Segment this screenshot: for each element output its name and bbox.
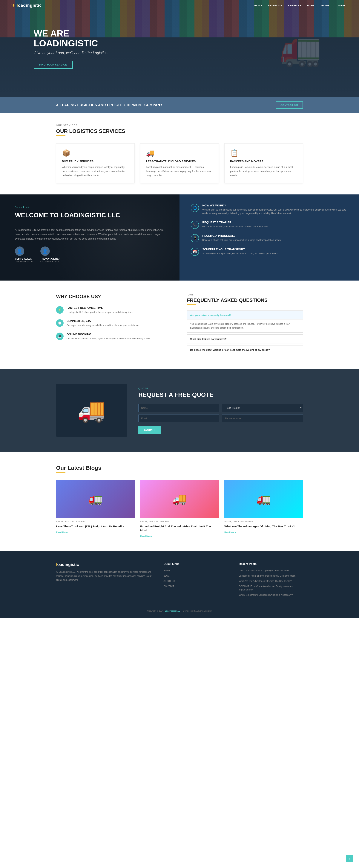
quote-label: QUOTE xyxy=(138,387,303,390)
why-computer-icon: 💻 xyxy=(56,333,64,340)
why-choose: WHY CHOOSE US? ⚡ FASTEST RESPONSE TIME L… xyxy=(56,293,172,356)
footer-recent-posts: Recent Posts Less-Than-Truckload (LTL) F… xyxy=(239,562,303,598)
nav-about[interactable]: ABOUT US xyxy=(268,4,282,7)
team-member-1: 👤 TREVOR GILBERT Co-Founder & COO xyxy=(40,246,62,263)
blog-read-more-1[interactable]: Read More xyxy=(140,535,152,538)
footer-recent-1[interactable]: Expedited Freight and the Industries tha… xyxy=(239,575,296,577)
footer-brand-link[interactable]: Loadingistic LLC xyxy=(165,610,180,612)
faq-toggle-0: − xyxy=(298,313,300,317)
step-globe-icon: 🌐 xyxy=(191,204,199,212)
faq-question-2[interactable]: Do I need the exact weight, or can I est… xyxy=(187,345,303,354)
quote-section: QUOTE REQUEST A FREE QUOTE Road Freight … xyxy=(0,369,359,452)
about-team: 👤 CLIFFE ALLEN Co-Founder & CEO 👤 TREVOR… xyxy=(15,246,165,263)
nav-contact[interactable]: CONTACT xyxy=(335,4,348,7)
quote-name-input[interactable] xyxy=(138,404,219,412)
faq-question-1[interactable]: What size trailers do you have? + xyxy=(187,335,303,343)
faq-item-0[interactable]: Are your drivers properly licensed? − Ye… xyxy=(187,310,303,333)
hero-cta-button[interactable]: Find Your Service xyxy=(34,61,73,69)
faq-item-1[interactable]: What size trailers do you have? + xyxy=(187,335,303,343)
blog-card-2: 🚛 April 16, 2022 · No Comments What Are … xyxy=(224,480,303,538)
movers-name: PACKERS AND MOVERS xyxy=(230,160,297,163)
faq-title: FREQUENTLY ASKED QUESTIONS xyxy=(187,298,303,303)
step-desc-3: Schedule your transportation, set the ti… xyxy=(202,252,279,255)
faq-question-0[interactable]: Are your drivers properly licensed? − xyxy=(187,311,303,319)
blog-post-title-2: What Are The Advantages Of Using The Box… xyxy=(224,524,303,528)
footer-about: loadingistic At Loadingistic LLC, we off… xyxy=(56,562,152,598)
faq-question-text-1: What size trailers do you have? xyxy=(190,338,226,340)
faq-question-text-0: Are your drivers properly licensed? xyxy=(190,314,231,316)
blogs-underline xyxy=(56,472,65,473)
blog-meta-0: April 19, 2022 · No Comments xyxy=(56,520,135,523)
footer-logo: loadingistic xyxy=(56,562,152,567)
nav-fleet[interactable]: FLEET xyxy=(307,4,316,7)
ltl-desc: Local, regional, national, or cross-bord… xyxy=(146,165,213,178)
footer-recent-2[interactable]: What Are The Advantages Of Using The Box… xyxy=(239,580,292,582)
quote-service-select[interactable]: Road Freight Box Truck Services LTL Serv… xyxy=(222,404,303,412)
footer-link-blog[interactable]: BLOG xyxy=(163,575,170,577)
why-item-content-1: CONNECTED, 24/7 Our expert team is alway… xyxy=(67,319,139,327)
footer-developed: Developed By Adverteamersley xyxy=(183,610,211,612)
faq-answer-0: Yes, Loadingistic LLC's drivers are prop… xyxy=(187,319,303,332)
faq-toggle-1: + xyxy=(298,337,300,341)
contact-banner-button[interactable]: CONTACT US xyxy=(275,101,303,109)
team-name-1: TREVOR GILBERT xyxy=(40,257,62,260)
blog-read-more-0[interactable]: Read More xyxy=(56,531,67,534)
boxtruck-icon: 📦 xyxy=(62,149,129,157)
why-item-desc-0: Loadingistic LLC offers you the fastest … xyxy=(67,310,133,314)
footer-quick-links: Quick Links HOME BLOG ABOUT US CONTACT xyxy=(163,562,228,598)
faq-underline xyxy=(187,304,196,305)
team-member-0: 👤 CLIFFE ALLEN Co-Founder & CEO xyxy=(15,246,33,263)
footer-recent-0[interactable]: Less-Than-Truckload (LTL) Freight and It… xyxy=(239,569,290,572)
navbar: ✈ loadingistic HOME ABOUT US SERVICES FL… xyxy=(0,0,359,11)
why-item-0: ⚡ FASTEST RESPONSE TIME Loadingistic LLC… xyxy=(56,306,172,314)
quote-form: Road Freight Box Truck Services LTL Serv… xyxy=(138,404,303,422)
about-right: 🌐 HOW WE WORK? Working with us and choos… xyxy=(180,194,359,281)
why-item-title-1: CONNECTED, 24/7 xyxy=(67,319,139,322)
nav-blog[interactable]: BLOG xyxy=(321,4,329,7)
footer-link-about[interactable]: ABOUT US xyxy=(163,580,175,582)
quote-form-wrapper: QUOTE REQUEST A FREE QUOTE Road Freight … xyxy=(138,387,303,434)
services-section: OUR SERVICES OUR LOGISTICS SERVICES 📦 BO… xyxy=(0,113,359,194)
blogs-title: Our Latest Blogs xyxy=(56,465,303,471)
footer: loadingistic At Loadingistic LLC, we off… xyxy=(0,551,359,618)
why-item-2: 💻 ONLINE BOOKING Our industry-standard o… xyxy=(56,333,172,340)
nav-services[interactable]: SERVICES xyxy=(288,4,302,7)
blog-meta-1: April 19, 2022 · No Comments xyxy=(140,520,219,523)
why-item-content-2: ONLINE BOOKING Our industry-standard ord… xyxy=(67,333,150,340)
quote-submit-button[interactable]: SUBMIT xyxy=(138,426,161,434)
hero-content: WE ARE LOADINGISTIC Give us your Load, w… xyxy=(0,29,131,69)
step-title-2: RECEIVE A PHONECALL xyxy=(202,234,281,237)
step-content-1: REQUEST A TRAILER Fill out a simple form… xyxy=(202,221,268,228)
team-role-1: Co-Founder & COO xyxy=(40,260,62,263)
why-speed-icon: ⚡ xyxy=(56,306,64,314)
quote-title: REQUEST A FREE QUOTE xyxy=(138,391,303,398)
contact-banner: A LEADING LOGISTICS AND FREIGHT SHIPMENT… xyxy=(0,97,359,113)
blog-read-more-2[interactable]: Read More xyxy=(224,531,236,534)
footer-recent-list: Less-Than-Truckload (LTL) Freight and It… xyxy=(239,569,303,596)
blogs-grid: 🚛 April 19, 2022 · No Comments Less-Than… xyxy=(56,480,303,538)
footer-recent-4[interactable]: When Temperature Controlled Shipping is … xyxy=(239,594,293,596)
footer-recent-3[interactable]: COVID-19: Food-Grade Warehouse: Safety m… xyxy=(239,585,293,591)
quote-phone-input[interactable] xyxy=(222,414,303,422)
ltl-name: LESS-THAN-TRUCKLOAD SERVICES xyxy=(146,160,213,163)
service-card-ltl: 🚚 LESS-THAN-TRUCKLOAD SERVICES Local, re… xyxy=(140,143,219,183)
faq-item-2[interactable]: Do I need the exact weight, or can I est… xyxy=(187,345,303,354)
services-grid: 📦 BOX TRUCK SERVICES Whether you need yo… xyxy=(56,143,303,183)
about-label: ABOUT US xyxy=(15,206,165,208)
step-phonecall: 📱 RECEIVE A PHONECALL Receive a phone ca… xyxy=(191,234,348,242)
step-desc-1: Fill out a simple form, and tell us what… xyxy=(202,225,268,228)
quote-email-input[interactable] xyxy=(138,414,219,422)
contact-banner-text: A LEADING LOGISTICS AND FREIGHT SHIPMENT… xyxy=(56,103,162,107)
step-phone-icon: 📞 xyxy=(191,221,199,229)
logo[interactable]: ✈ loadingistic xyxy=(11,2,42,8)
step-title-0: HOW WE WORK? xyxy=(202,204,348,207)
footer-link-home[interactable]: HOME xyxy=(163,569,170,572)
footer-grid: loadingistic At Loadingistic LLC, we off… xyxy=(56,562,303,598)
step-content-0: HOW WE WORK? Working with us and choosin… xyxy=(202,204,348,215)
nav-home[interactable]: HOME xyxy=(254,4,262,7)
blog-post-title-1: Expedited Freight And The Industries Tha… xyxy=(140,524,219,532)
hero-section: WE ARE LOADINGISTIC Give us your Load, w… xyxy=(0,0,359,97)
blog-comments-2: No Comments xyxy=(240,520,253,523)
blog-image-2: 🚛 xyxy=(224,480,303,518)
footer-link-contact[interactable]: CONTACT xyxy=(163,585,174,588)
